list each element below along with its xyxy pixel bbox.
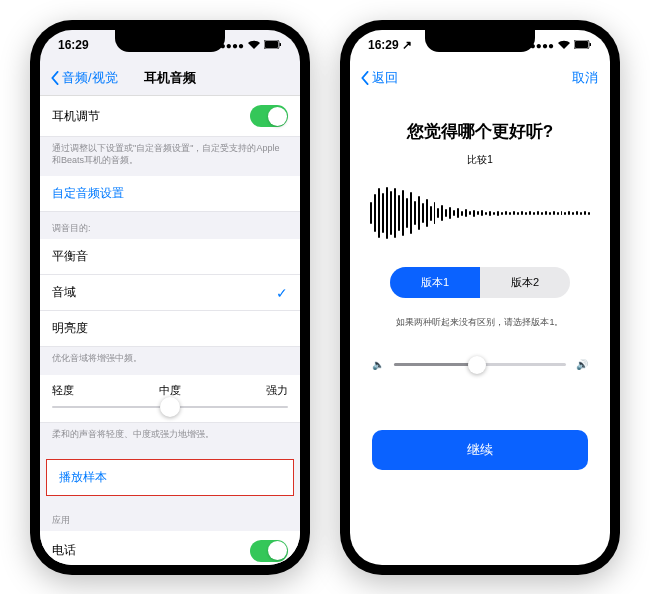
volume-low-icon: 🔈: [372, 359, 384, 370]
wave-bar: [410, 192, 412, 234]
wave-bar: [441, 205, 443, 221]
wave-bar: [430, 206, 432, 221]
wave-bar: [521, 211, 523, 215]
wave-bar: [477, 211, 479, 215]
compare-hint: 如果两种听起来没有区别，请选择版本1。: [368, 316, 592, 329]
wave-bar: [557, 212, 559, 215]
tune-vocal-label: 音域: [52, 284, 76, 301]
intensity-slider-cell: 轻度 中度 强力: [40, 375, 300, 423]
wave-bar: [390, 191, 392, 235]
wave-bar: [398, 195, 400, 231]
wave-bar: [374, 194, 376, 232]
volume-row: 🔈 🔊: [372, 359, 588, 370]
intensity-footer: 柔和的声音将轻度、中度或强力地增强。: [40, 423, 300, 451]
wave-bar: [561, 211, 563, 215]
wave-bar: [434, 202, 436, 224]
wave-bar: [513, 211, 515, 215]
wave-bar: [461, 211, 463, 216]
wave-bar: [537, 211, 539, 215]
phone-right: 16:29 ↗ ●●●● 返回 取消 您觉得哪个更好听? 比较1: [340, 20, 620, 575]
wave-bar: [481, 210, 483, 216]
version-selector: 版本1 版本2: [390, 267, 570, 298]
status-indicators: ●●●●: [220, 40, 282, 51]
tune-option-vocal[interactable]: 音域 ✓: [40, 275, 300, 311]
status-time: 16:29 ↗: [368, 38, 412, 52]
waveform: [368, 185, 592, 241]
tune-option-balance[interactable]: 平衡音: [40, 239, 300, 275]
wave-bar: [406, 198, 408, 228]
wave-bar: [529, 211, 531, 215]
page-title: 耳机音频: [144, 69, 196, 87]
version2-button[interactable]: 版本2: [480, 267, 570, 298]
svg-rect-4: [575, 41, 588, 48]
compare-title: 您觉得哪个更好听?: [368, 120, 592, 143]
battery-icon: [574, 40, 592, 51]
app-phone-toggle[interactable]: [250, 540, 288, 562]
wave-bar: [493, 212, 495, 215]
wave-bar: [378, 188, 380, 238]
back-button[interactable]: 音频/视觉: [50, 69, 118, 87]
checkmark-icon: ✓: [276, 285, 288, 301]
wave-bar: [402, 190, 404, 236]
screen-settings: 16:29 ●●●● 音频/视觉 耳机音频 耳机调节: [40, 30, 300, 565]
wave-bar: [564, 212, 566, 215]
custom-audio-setup-label: 自定音频设置: [52, 185, 124, 202]
screen-compare: 16:29 ↗ ●●●● 返回 取消 您觉得哪个更好听? 比较1: [350, 30, 610, 565]
play-sample-label: 播放样本: [59, 469, 107, 486]
app-phone-row: 电话: [40, 531, 300, 565]
wave-bar: [414, 201, 416, 225]
continue-button[interactable]: 继续: [372, 430, 588, 470]
svg-rect-2: [280, 43, 282, 46]
version1-button[interactable]: 版本1: [390, 267, 480, 298]
tune-balance-label: 平衡音: [52, 248, 88, 265]
wave-bar: [568, 211, 570, 215]
wave-bar: [382, 193, 384, 233]
back-label: 音频/视觉: [62, 69, 118, 87]
wave-bar: [588, 212, 590, 215]
content: 您觉得哪个更好听? 比较1 版本1 版本2 如果两种听起来没有区别，请选择版本1…: [350, 96, 610, 482]
wave-bar: [509, 212, 511, 215]
phone-left: 16:29 ●●●● 音频/视觉 耳机音频 耳机调节: [30, 20, 310, 575]
wave-bar: [517, 212, 519, 215]
tune-footer: 优化音域将增强中频。: [40, 347, 300, 375]
compare-subtitle: 比较1: [368, 153, 592, 167]
custom-audio-setup-row[interactable]: 自定音频设置: [40, 176, 300, 212]
notch: [425, 30, 535, 52]
headphone-adjust-label: 耳机调节: [52, 108, 100, 125]
back-button[interactable]: 返回: [360, 69, 398, 87]
intensity-mid: 中度: [159, 383, 181, 398]
volume-high-icon: 🔊: [576, 359, 588, 370]
wave-bar: [501, 212, 503, 215]
tune-option-brightness[interactable]: 明亮度: [40, 311, 300, 347]
app-phone-label: 电话: [52, 542, 76, 559]
nav-bar: 音频/视觉 耳机音频: [40, 60, 300, 96]
svg-rect-5: [590, 43, 592, 46]
wave-bar: [553, 211, 555, 215]
wave-bar: [449, 207, 451, 219]
volume-slider[interactable]: [394, 363, 566, 366]
wave-bar: [426, 199, 428, 227]
wave-bar: [394, 188, 396, 238]
apps-header: 应用: [40, 504, 300, 531]
wave-bar: [465, 209, 467, 217]
wave-bar: [485, 212, 487, 215]
headphone-adjust-toggle[interactable]: [250, 105, 288, 127]
wave-bar: [370, 202, 372, 224]
wave-bar: [457, 208, 459, 218]
intensity-low: 轻度: [52, 383, 74, 398]
wave-bar: [505, 211, 507, 215]
headphone-adjust-row: 耳机调节: [40, 96, 300, 137]
wave-bar: [533, 212, 535, 215]
tune-header: 调音目的:: [40, 212, 300, 239]
tune-brightness-label: 明亮度: [52, 320, 88, 337]
notch: [115, 30, 225, 52]
wave-bar: [453, 210, 455, 216]
intensity-slider[interactable]: [52, 406, 288, 408]
wave-bar: [489, 211, 491, 216]
wifi-icon: [558, 40, 570, 51]
play-sample-row[interactable]: 播放样本: [47, 460, 293, 495]
battery-icon: [264, 40, 282, 51]
cancel-button[interactable]: 取消: [572, 69, 598, 87]
nav-bar: 返回 取消: [350, 60, 610, 96]
intensity-labels: 轻度 中度 强力: [52, 383, 288, 398]
